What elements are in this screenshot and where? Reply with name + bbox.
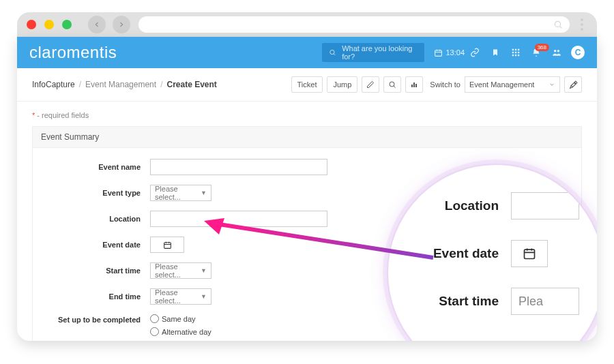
- link-icon[interactable]: [465, 48, 485, 57]
- svg-rect-12: [515, 52, 516, 53]
- window-controls: [27, 20, 72, 29]
- label-event-type: Event type: [41, 189, 150, 197]
- svg-point-2: [330, 50, 334, 54]
- svg-line-1: [560, 27, 562, 29]
- svg-rect-23: [415, 84, 417, 87]
- mag-label-event-date: Event date: [422, 246, 511, 261]
- label-start-time: Start time: [41, 267, 150, 275]
- svg-line-3: [334, 54, 336, 55]
- svg-rect-11: [512, 52, 514, 53]
- mag-input-event-date: [511, 240, 548, 267]
- barchart-icon: [410, 80, 418, 89]
- select-event-type[interactable]: Please select...▼: [150, 185, 211, 201]
- apps-icon[interactable]: [506, 48, 526, 57]
- edit-button[interactable]: [362, 76, 379, 93]
- label-end-time: End time: [41, 292, 150, 301]
- edit-icon: [366, 80, 375, 89]
- forward-button[interactable]: [113, 16, 130, 33]
- svg-rect-10: [518, 49, 519, 50]
- search-icon: [553, 20, 563, 29]
- caret-icon: ▼: [201, 293, 207, 300]
- svg-point-0: [555, 21, 560, 27]
- svg-rect-9: [515, 49, 516, 50]
- svg-rect-15: [515, 55, 516, 56]
- label-setup-completed: Set up to be completed: [41, 314, 150, 324]
- label-event-name: Event name: [41, 163, 150, 171]
- input-location[interactable]: [150, 211, 327, 227]
- breadcrumb-root[interactable]: InfoCapture: [32, 80, 75, 89]
- avatar[interactable]: C: [571, 46, 585, 59]
- people-icon[interactable]: [546, 48, 567, 57]
- input-event-name[interactable]: [150, 159, 327, 175]
- search-button[interactable]: [383, 76, 401, 93]
- svg-point-17: [554, 50, 557, 52]
- svg-line-20: [394, 86, 396, 87]
- svg-rect-21: [411, 85, 413, 87]
- calendar-icon: [434, 48, 443, 57]
- jump-button[interactable]: Jump: [327, 76, 357, 93]
- switch-to-label: Switch to: [430, 80, 460, 89]
- svg-rect-8: [512, 49, 514, 50]
- bookmark-icon[interactable]: [485, 48, 506, 57]
- svg-rect-16: [518, 55, 519, 56]
- svg-rect-4: [435, 50, 442, 56]
- svg-rect-13: [518, 52, 519, 53]
- maximize-dot[interactable]: [62, 20, 72, 29]
- svg-point-19: [390, 82, 394, 87]
- svg-rect-24: [164, 242, 171, 248]
- search-icon: [329, 48, 336, 57]
- project-select[interactable]: Event Management: [465, 76, 560, 93]
- mag-label-location: Location: [422, 198, 511, 213]
- url-bar[interactable]: [138, 16, 570, 33]
- minimize-dot[interactable]: [44, 20, 54, 29]
- mag-input-location: [511, 192, 579, 219]
- notifications-icon[interactable]: 368: [526, 48, 546, 57]
- report-button[interactable]: [405, 76, 423, 93]
- svg-point-18: [557, 50, 560, 52]
- breadcrumb: InfoCapture / Event Management / Create …: [32, 80, 217, 89]
- caret-icon: ▼: [201, 189, 207, 196]
- search-icon: [388, 80, 396, 89]
- global-search[interactable]: What are you looking for?: [322, 43, 424, 62]
- sub-header: InfoCapture / Event Management / Create …: [17, 68, 597, 102]
- label-event-date: Event date: [41, 241, 150, 249]
- radio-same-day[interactable]: Same day: [150, 314, 211, 323]
- calendar-icon: [163, 241, 172, 249]
- caret-icon: ▼: [201, 267, 207, 274]
- breadcrumb-current: Create Event: [166, 80, 216, 89]
- topbar: claromentis What are you looking for? 13…: [17, 37, 597, 68]
- breadcrumb-mid[interactable]: Event Management: [85, 80, 156, 89]
- svg-rect-28: [525, 249, 535, 258]
- required-note: * - required fields: [32, 111, 582, 119]
- close-dot[interactable]: [27, 20, 36, 29]
- label-location: Location: [41, 215, 150, 223]
- panel-title: Event Summary: [33, 127, 581, 148]
- browser-chrome: [17, 12, 597, 37]
- chevron-down-icon: [549, 81, 555, 88]
- select-end-time[interactable]: Please select...▼: [150, 288, 211, 305]
- tools-icon: [569, 80, 578, 89]
- clock-time: 13:04: [445, 48, 465, 57]
- browser-menu[interactable]: [576, 18, 587, 31]
- ticket-button[interactable]: Ticket: [291, 76, 323, 93]
- select-start-time[interactable]: Please select...▼: [150, 262, 211, 279]
- clock-widget[interactable]: 13:04: [434, 48, 465, 57]
- back-button[interactable]: [88, 16, 106, 33]
- input-event-date[interactable]: [150, 237, 184, 253]
- mag-select-start-time: Plea: [511, 288, 579, 315]
- calendar-icon: [523, 247, 536, 260]
- settings-button[interactable]: [564, 76, 582, 93]
- mag-label-start-time: Start time: [422, 294, 511, 309]
- brand-logo: claromentis: [29, 43, 117, 62]
- svg-rect-22: [413, 82, 415, 87]
- search-placeholder: What are you looking for?: [342, 44, 418, 61]
- radio-alternative-day[interactable]: Alternative day: [150, 327, 211, 336]
- svg-rect-14: [512, 55, 514, 56]
